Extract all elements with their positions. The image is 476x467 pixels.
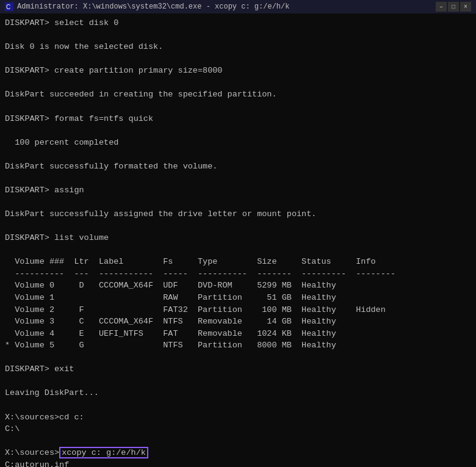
minimize-button[interactable]: – bbox=[436, 2, 447, 12]
title-bar-text: Administrator: X:\windows\system32\cmd.e… bbox=[17, 2, 432, 11]
line-l36 bbox=[5, 435, 471, 447]
line-l5: DISKPART> create partition primary size=… bbox=[5, 65, 471, 77]
line-l7: DiskPart succeeded in creating the speci… bbox=[5, 89, 471, 101]
line-l11: 100 percent completed bbox=[5, 137, 471, 149]
line-l3: Disk 0 is now the selected disk. bbox=[5, 41, 471, 53]
line-l34: X:\sources>cd c: bbox=[5, 411, 471, 424]
line-l22: ---------- --- ----------- ----- -------… bbox=[5, 268, 471, 280]
line-l10 bbox=[5, 125, 471, 137]
xcopy-command: xcopy c: g:/e/h/k bbox=[59, 447, 148, 458]
line-l6 bbox=[5, 77, 471, 89]
line-l26: Volume 3 C CCCOMA_X64F NTFS Removable 14… bbox=[5, 316, 471, 328]
line-l18 bbox=[5, 220, 471, 233]
title-bar: C Administrator: X:\windows\system32\cmd… bbox=[0, 0, 476, 13]
line-l23: Volume 0 D CCCOMA_X64F UDF DVD-ROM 5299 … bbox=[5, 280, 471, 292]
line-l1: DISKPART> select disk 0 bbox=[5, 17, 471, 29]
line-l32: Leaving DiskPart... bbox=[5, 387, 471, 399]
maximize-button[interactable]: □ bbox=[448, 2, 459, 12]
line-l19: DISKPART> list volume bbox=[5, 232, 471, 244]
line-l13: DiskPart successfully formatted the volu… bbox=[5, 161, 471, 173]
line-l14 bbox=[5, 172, 471, 184]
line-l29 bbox=[5, 352, 471, 364]
line-l25: Volume 2 F FAT32 Partition 100 MB Health… bbox=[5, 304, 471, 316]
line-l31 bbox=[5, 375, 471, 388]
title-bar-controls: – □ × bbox=[436, 2, 471, 12]
line-l21: Volume ### Ltr Label Fs Type Size Status… bbox=[5, 256, 471, 268]
line-l27: Volume 4 E UEFI_NTFS FAT Removable 1024 … bbox=[5, 328, 471, 340]
svg-text:C: C bbox=[6, 4, 10, 10]
line-l20 bbox=[5, 244, 471, 256]
line-l37: X:\sources>xcopy c: g:/e/h/k bbox=[5, 447, 471, 459]
terminal: DISKPART> select disk 0 Disk 0 is now th… bbox=[0, 13, 476, 467]
line-l16 bbox=[5, 196, 471, 208]
close-button[interactable]: × bbox=[460, 2, 471, 12]
cmd-icon: C bbox=[5, 2, 13, 11]
line-l2 bbox=[5, 29, 471, 42]
line-l24: Volume 1 RAW Partition 51 GB Healthy bbox=[5, 292, 471, 304]
prompt-text: X:\sources> bbox=[5, 448, 59, 457]
line-l12 bbox=[5, 148, 471, 161]
line-l33 bbox=[5, 399, 471, 411]
line-l4 bbox=[5, 53, 471, 65]
line-l9: DISKPART> format fs=ntfs quick bbox=[5, 113, 471, 125]
line-l28: * Volume 5 G NTFS Partition 8000 MB Heal… bbox=[5, 339, 471, 352]
line-l15: DISKPART> assign bbox=[5, 184, 471, 197]
line-l17: DiskPart successfully assigned the drive… bbox=[5, 208, 471, 220]
line-l38: C:autorun.inf bbox=[5, 459, 471, 467]
line-l8 bbox=[5, 101, 471, 113]
line-l35: C:\ bbox=[5, 423, 471, 435]
line-l30: DISKPART> exit bbox=[5, 363, 471, 375]
